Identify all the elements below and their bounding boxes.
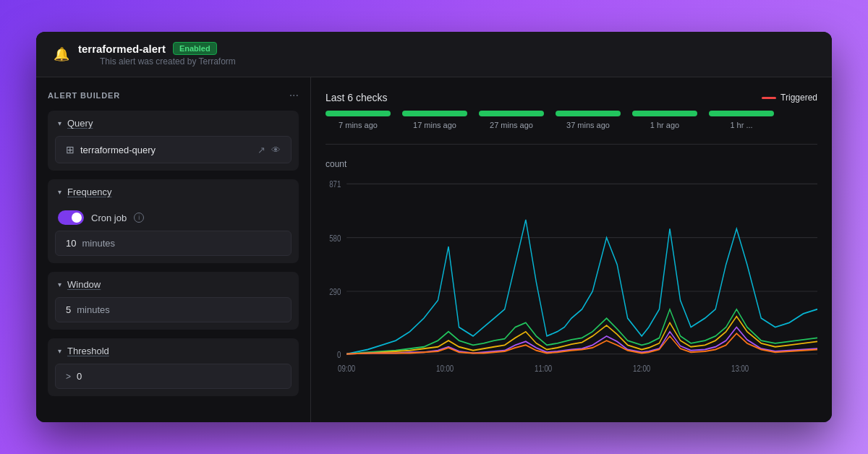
svg-text:10:00: 10:00 (436, 364, 454, 373)
query-db-icon: ⊞ (66, 144, 75, 155)
alert-icon: 🔔 (54, 46, 69, 62)
check-time-6: 1 hr ... (730, 121, 752, 129)
query-label: Query (67, 118, 93, 129)
query-section: ▾ Query ⊞ terraformed-query ↗ 👁 (48, 111, 299, 171)
query-chevron-icon: ▾ (58, 119, 61, 127)
chart-y-label: count (326, 159, 817, 169)
threshold-section: ▾ Threshold > 0 (48, 338, 299, 396)
header: 🔔 terraformed-alert Enabled This alert w… (36, 32, 832, 77)
window-value: 5 (66, 304, 71, 315)
frequency-chevron-icon: ▾ (58, 188, 61, 196)
check-time-1: 7 mins ago (339, 121, 378, 129)
window-input-row[interactable]: 5 minutes (55, 297, 292, 322)
threshold-label: Threshold (67, 346, 109, 356)
right-panel: Last 6 checks Triggered 7 mins ago 17 mi… (311, 77, 832, 422)
info-icon[interactable]: i (134, 213, 144, 223)
app-window: 🔔 terraformed-alert Enabled This alert w… (36, 32, 832, 422)
cron-row: Cron job i (48, 205, 299, 231)
svg-text:13:00: 13:00 (731, 364, 749, 373)
chart-svg: 871 580 290 0 (326, 175, 817, 408)
main-content: ALERT BUILDER ··· ▾ Query ⊞ terraformed-… (36, 77, 832, 422)
check-item: 27 mins ago (479, 111, 544, 129)
window-section: ▾ Window 5 minutes (48, 272, 299, 330)
checks-bars: 7 mins ago 17 mins ago 27 mins ago 37 mi… (326, 111, 817, 129)
checks-header: Last 6 checks Triggered (326, 92, 817, 103)
check-time-2: 17 mins ago (413, 121, 456, 129)
frequency-input-row[interactable]: 10 minutes (55, 231, 292, 256)
header-row: terraformed-alert Enabled (78, 42, 236, 55)
check-bar-5 (632, 111, 697, 116)
chart-section: count 871 580 290 0 (326, 159, 817, 408)
check-bar-4 (556, 111, 621, 116)
frequency-label: Frequency (67, 187, 111, 197)
query-actions: ↗ 👁 (258, 145, 281, 155)
threshold-value: 0 (77, 371, 82, 382)
svg-text:290: 290 (329, 287, 341, 296)
check-bar-6 (709, 111, 774, 116)
triggered-label: Triggered (780, 93, 817, 103)
frequency-unit: minutes (82, 238, 115, 249)
frequency-section-header[interactable]: ▾ Frequency (48, 179, 299, 205)
header-content: terraformed-alert Enabled This alert was… (78, 42, 236, 67)
panel-header: ALERT BUILDER ··· (48, 89, 299, 102)
check-item: 1 hr ... (709, 111, 774, 129)
cron-label: Cron job (91, 213, 127, 223)
svg-text:580: 580 (329, 234, 341, 243)
threshold-section-header[interactable]: ▾ Threshold (48, 338, 299, 364)
eye-icon[interactable]: 👁 (271, 145, 281, 155)
header-subtitle: This alert was created by Terraform (100, 56, 236, 67)
query-section-header[interactable]: ▾ Query (48, 111, 299, 136)
window-label: Window (67, 279, 101, 290)
window-unit: minutes (77, 304, 110, 315)
cron-toggle[interactable] (58, 210, 84, 225)
svg-text:09:00: 09:00 (338, 364, 355, 373)
window-section-header[interactable]: ▾ Window (48, 272, 299, 297)
enabled-badge: Enabled (173, 42, 217, 55)
check-item: 1 hr ago (632, 111, 697, 129)
frequency-value: 10 (66, 238, 76, 249)
frequency-section: ▾ Frequency Cron job i 10 minutes (48, 179, 299, 263)
check-time-3: 27 mins ago (490, 121, 533, 129)
checks-section: Last 6 checks Triggered 7 mins ago 17 mi… (326, 92, 817, 129)
left-panel: ALERT BUILDER ··· ▾ Query ⊞ terraformed-… (36, 77, 311, 422)
query-name: terraformed-query (80, 145, 252, 155)
divider (326, 144, 817, 145)
greater-than-icon: > (66, 372, 71, 382)
check-bar-2 (402, 111, 467, 116)
check-time-4: 37 mins ago (566, 121, 610, 129)
window-chevron-icon: ▾ (58, 280, 61, 288)
dots-menu[interactable]: ··· (289, 89, 299, 102)
svg-text:11:00: 11:00 (535, 364, 552, 373)
check-bar-3 (479, 111, 544, 116)
alert-title: terraformed-alert (78, 43, 166, 55)
external-link-icon[interactable]: ↗ (258, 145, 265, 155)
check-item: 7 mins ago (326, 111, 391, 129)
query-row[interactable]: ⊞ terraformed-query ↗ 👁 (55, 136, 292, 163)
threshold-input-row[interactable]: > 0 (55, 364, 292, 389)
check-bar-1 (326, 111, 391, 116)
panel-title: ALERT BUILDER (48, 91, 120, 100)
check-item: 17 mins ago (402, 111, 467, 129)
triggered-line-icon (762, 97, 776, 99)
check-item: 37 mins ago (556, 111, 621, 129)
chart-area: 871 580 290 0 (326, 175, 817, 408)
svg-text:0: 0 (337, 350, 341, 359)
triggered-legend: Triggered (762, 93, 817, 103)
checks-title: Last 6 checks (326, 92, 388, 103)
svg-text:871: 871 (329, 179, 341, 189)
check-time-5: 1 hr ago (650, 121, 679, 129)
svg-text:12:00: 12:00 (633, 364, 650, 373)
threshold-chevron-icon: ▾ (58, 347, 61, 355)
